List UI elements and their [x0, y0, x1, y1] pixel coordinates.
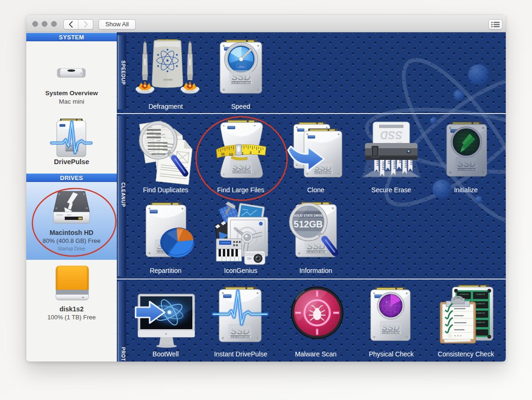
svg-text:2: 2	[250, 151, 251, 155]
svg-text:1: 1	[242, 151, 243, 156]
svg-text:1024MB DDR: 1024MB DDR	[476, 322, 485, 324]
svg-text:1024MB DDR: 1024MB DDR	[459, 294, 469, 295]
svg-text:SSD: SSD	[380, 129, 402, 141]
svg-text:3: 3	[258, 150, 260, 154]
svg-text:1024MB DDR: 1024MB DDR	[476, 303, 485, 305]
svg-text:12: 12	[229, 152, 233, 157]
svg-text:1024MB DDR: 1024MB DDR	[476, 294, 485, 295]
svg-text:1024MB DDR: 1024MB DDR	[476, 312, 485, 314]
svg-text:512GB: 512GB	[294, 219, 323, 229]
svg-text:11: 11	[221, 152, 225, 156]
svg-text:CP15: CP15	[238, 65, 244, 68]
